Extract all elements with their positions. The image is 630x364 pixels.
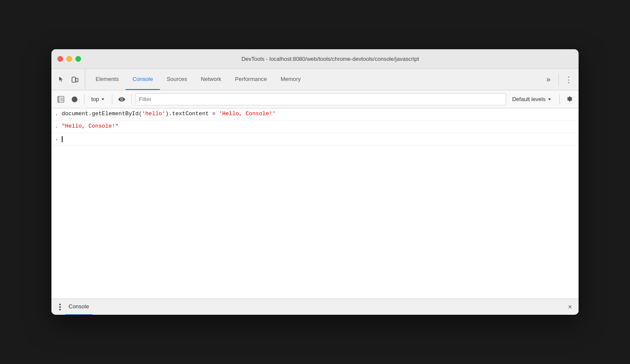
dot-2 xyxy=(59,306,61,308)
dot-3 xyxy=(59,309,61,310)
tab-console[interactable]: Console xyxy=(126,69,160,90)
tab-bar-right: » ⋮ xyxy=(542,69,575,90)
tab-memory[interactable]: Memory xyxy=(274,69,308,90)
window-title: DevTools - localhost:8080/web/tools/chro… xyxy=(88,56,573,62)
svg-rect-3 xyxy=(58,96,60,102)
tab-network[interactable]: Network xyxy=(194,69,228,90)
close-button[interactable] xyxy=(57,56,63,62)
toolbar-divider-2 xyxy=(112,94,112,104)
maximize-button[interactable] xyxy=(75,56,81,62)
tab-elements[interactable]: Elements xyxy=(89,69,126,90)
minimize-button[interactable] xyxy=(66,56,72,62)
title-bar: DevTools - localhost:8080/web/tools/chro… xyxy=(51,49,579,69)
tab-items: Elements Console Sources Network Perform… xyxy=(89,69,542,90)
svg-rect-1 xyxy=(76,78,78,82)
dot-1 xyxy=(59,304,61,305)
clear-console-button[interactable] xyxy=(69,93,81,105)
devtools-window: DevTools - localhost:8080/web/tools/chro… xyxy=(51,49,579,315)
settings-button[interactable] xyxy=(563,93,575,105)
console-output: › document.getElementById('hello').textC… xyxy=(51,108,579,298)
input-arrow: › xyxy=(51,110,62,119)
close-drawer-button[interactable]: × xyxy=(565,302,575,312)
tab-bar-left-icons xyxy=(55,69,85,90)
context-selector[interactable]: top xyxy=(88,93,108,105)
console-line-output: ‹ "Hello, Console!" xyxy=(51,121,579,133)
tab-sources[interactable]: Sources xyxy=(160,69,194,90)
device-toolbar-icon[interactable] xyxy=(69,73,81,86)
toolbar-divider-4 xyxy=(559,94,560,104)
toolbar-divider-1 xyxy=(84,94,84,104)
console-line-output-content: "Hello, Console!" xyxy=(62,122,575,130)
customize-menu-button[interactable]: ⋮ xyxy=(562,73,575,86)
console-toolbar: top Default levels xyxy=(51,90,579,108)
filter-input[interactable] xyxy=(135,93,506,105)
prompt-arrow: › xyxy=(51,135,62,143)
bottom-console-tab[interactable]: Console xyxy=(65,299,93,315)
output-arrow: ‹ xyxy=(51,122,62,131)
log-levels-button[interactable]: Default levels xyxy=(508,93,556,105)
tab-bar-divider xyxy=(558,73,559,86)
tab-bar: Elements Console Sources Network Perform… xyxy=(51,69,579,90)
console-input-active[interactable] xyxy=(62,135,575,143)
console-line-input: › document.getElementById('hello').textC… xyxy=(51,108,579,121)
inspect-element-icon[interactable] xyxy=(55,73,68,86)
more-tabs-button[interactable]: » xyxy=(542,73,555,86)
drawer-menu-button[interactable] xyxy=(55,302,65,312)
live-expression-button[interactable] xyxy=(116,93,128,105)
toolbar-divider-3 xyxy=(131,94,132,104)
console-prompt-line[interactable]: › xyxy=(51,133,579,146)
traffic-lights xyxy=(57,56,81,62)
svg-rect-0 xyxy=(72,77,75,82)
console-line-input-content: document.getElementById('hello').textCon… xyxy=(62,110,575,118)
tab-performance[interactable]: Performance xyxy=(228,69,273,90)
sidebar-toggle-button[interactable] xyxy=(55,93,67,105)
bottom-bar: Console × xyxy=(51,298,579,315)
text-cursor xyxy=(62,136,63,142)
